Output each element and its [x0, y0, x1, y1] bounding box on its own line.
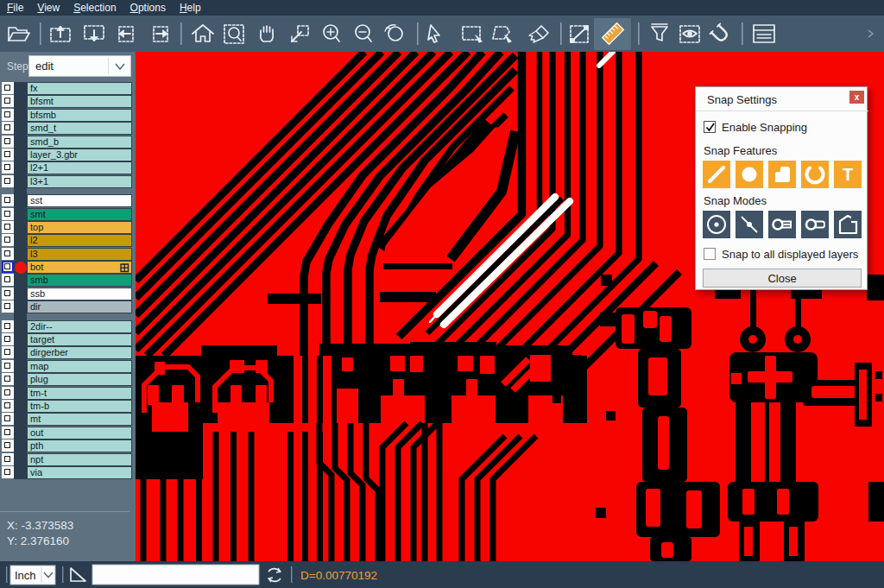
svg-text:T: T — [843, 165, 853, 184]
svg-text:Inch: Inch — [15, 569, 36, 582]
svg-text:D=0.00770192: D=0.00770192 — [300, 569, 377, 582]
